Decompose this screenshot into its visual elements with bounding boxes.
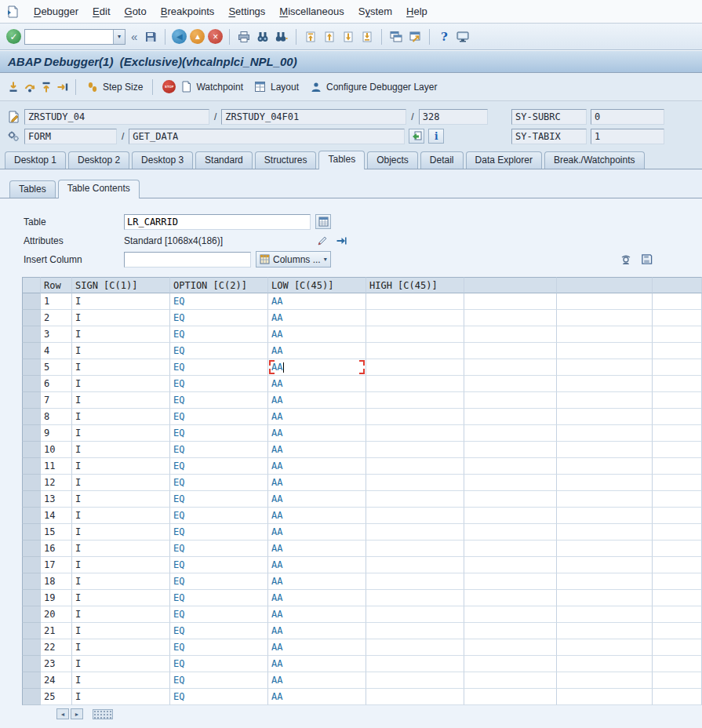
cell-low[interactable]: AA xyxy=(268,458,366,475)
cell-row[interactable]: 17 xyxy=(41,557,72,573)
cell-sign[interactable]: I xyxy=(72,606,170,623)
cell-option[interactable]: EQ xyxy=(170,573,268,590)
cell-sign[interactable]: I xyxy=(72,392,170,409)
insert-column-input[interactable] xyxy=(124,252,251,268)
include-field[interactable]: ZRSTUDY_04F01 xyxy=(221,109,406,125)
cell-sign[interactable]: I xyxy=(72,491,170,508)
cell-row[interactable]: 22 xyxy=(41,639,72,656)
cell-row[interactable]: 3 xyxy=(41,326,72,343)
cell-option[interactable]: EQ xyxy=(170,359,268,376)
event-name-field[interactable]: GET_DATA xyxy=(129,129,405,144)
menu-system[interactable]: System xyxy=(351,2,399,20)
save-icon[interactable] xyxy=(143,29,158,45)
tab-desktop-1[interactable]: Desktop 1 xyxy=(5,151,66,169)
cell-empty[interactable] xyxy=(653,425,702,442)
cell-empty[interactable] xyxy=(557,392,653,409)
cell-row[interactable]: 1 xyxy=(41,293,72,310)
menu-settings[interactable]: Settings xyxy=(221,2,272,20)
menu-debugger[interactable]: Debugger xyxy=(27,2,85,20)
cell-empty[interactable] xyxy=(464,508,557,524)
configure-debugger-layer-button[interactable]: Configure Debugger Layer xyxy=(305,78,441,96)
cell-high[interactable] xyxy=(366,573,464,590)
cell-empty[interactable] xyxy=(557,590,653,606)
cell-low[interactable]: AA xyxy=(268,639,366,656)
command-input[interactable] xyxy=(25,30,113,44)
tab-data-explorer[interactable]: Data Explorer xyxy=(466,151,542,169)
tab-detail[interactable]: Detail xyxy=(420,151,464,169)
cell-row[interactable]: 11 xyxy=(41,458,72,475)
select-table-button[interactable] xyxy=(315,214,331,229)
cell-empty[interactable] xyxy=(653,343,702,359)
cell-empty[interactable] xyxy=(653,573,702,590)
cell-low[interactable]: AA xyxy=(268,392,366,409)
continue-icon[interactable] xyxy=(56,80,70,94)
cell-empty[interactable] xyxy=(464,590,557,606)
cell-option[interactable]: EQ xyxy=(170,689,268,705)
cell-empty[interactable] xyxy=(557,573,653,590)
cell-high[interactable] xyxy=(366,475,464,491)
cell-row[interactable]: 9 xyxy=(41,425,72,442)
cell-row[interactable]: 10 xyxy=(41,442,72,458)
cell-row[interactable]: 2 xyxy=(41,310,72,326)
cell-low[interactable]: AA xyxy=(268,409,366,425)
row-select-button[interactable] xyxy=(22,310,41,326)
cell-low[interactable]: AA xyxy=(268,491,366,508)
system-menu-icon[interactable] xyxy=(5,5,20,19)
cell-low[interactable]: AA xyxy=(268,557,366,573)
tab-standard[interactable]: Standard xyxy=(195,151,253,169)
cell-row[interactable]: 21 xyxy=(41,623,72,639)
cell-low[interactable]: AA xyxy=(268,425,366,442)
cell-low[interactable]: AA xyxy=(268,656,366,672)
tab-tables[interactable]: Tables xyxy=(318,151,365,169)
cell-sign[interactable]: I xyxy=(72,557,170,573)
cell-high[interactable] xyxy=(366,541,464,557)
cell-empty[interactable] xyxy=(653,458,702,475)
step-out-icon[interactable] xyxy=(39,80,53,94)
cell-sign[interactable]: I xyxy=(72,508,170,524)
cell-empty[interactable] xyxy=(464,639,557,656)
cell-row[interactable]: 19 xyxy=(41,590,72,606)
cell-empty[interactable] xyxy=(464,310,557,326)
cell-high[interactable] xyxy=(366,442,464,458)
cell-high[interactable] xyxy=(366,491,464,508)
watchpoint-button[interactable]: STOP Watchpoint xyxy=(158,78,247,96)
cell-empty[interactable] xyxy=(464,672,557,689)
cell-low[interactable]: AA xyxy=(268,590,366,606)
columns-button[interactable]: Columns ... ▾ xyxy=(256,251,331,268)
step-into-icon[interactable] xyxy=(6,80,20,94)
cell-option[interactable]: EQ xyxy=(170,376,268,392)
cell-low[interactable]: AA xyxy=(268,541,366,557)
save-layout-icon[interactable] xyxy=(639,253,653,267)
cell-empty[interactable] xyxy=(653,672,702,689)
cell-empty[interactable] xyxy=(557,475,653,491)
cell-sign[interactable]: I xyxy=(72,623,170,639)
cell-row[interactable]: 8 xyxy=(41,409,72,425)
col-header-low[interactable]: LOW [C(45)] xyxy=(268,277,366,293)
cell-row[interactable]: 16 xyxy=(41,541,72,557)
cell-empty[interactable] xyxy=(653,409,702,425)
cell-empty[interactable] xyxy=(557,639,653,656)
menu-edit[interactable]: Edit xyxy=(85,2,117,20)
cell-empty[interactable] xyxy=(653,606,702,623)
tab-structures[interactable]: Structures xyxy=(255,151,317,169)
program-field[interactable]: ZRSTUDY_04 xyxy=(24,109,209,125)
enter-icon[interactable]: ✓ xyxy=(6,29,21,44)
row-select-button[interactable] xyxy=(22,672,41,689)
cell-sign[interactable]: I xyxy=(72,343,170,359)
info-button[interactable]: i xyxy=(428,129,444,144)
back-icon[interactable]: ◀ xyxy=(172,29,187,44)
row-select-button[interactable] xyxy=(22,623,41,639)
cell-high[interactable] xyxy=(366,310,464,326)
cell-option[interactable]: EQ xyxy=(170,623,268,639)
cell-empty[interactable] xyxy=(653,475,702,491)
cell-empty[interactable] xyxy=(653,359,702,376)
cell-empty[interactable] xyxy=(464,557,557,573)
cell-empty[interactable] xyxy=(557,508,653,524)
layout-button[interactable]: Layout xyxy=(249,78,303,96)
cell-empty[interactable] xyxy=(557,359,653,376)
cell-low[interactable]: AA xyxy=(268,606,366,623)
cell-option[interactable]: EQ xyxy=(170,491,268,508)
cell-option[interactable]: EQ xyxy=(170,392,268,409)
next-page-icon[interactable] xyxy=(340,29,356,45)
tab-desktop-2[interactable]: Desktop 2 xyxy=(68,151,129,169)
